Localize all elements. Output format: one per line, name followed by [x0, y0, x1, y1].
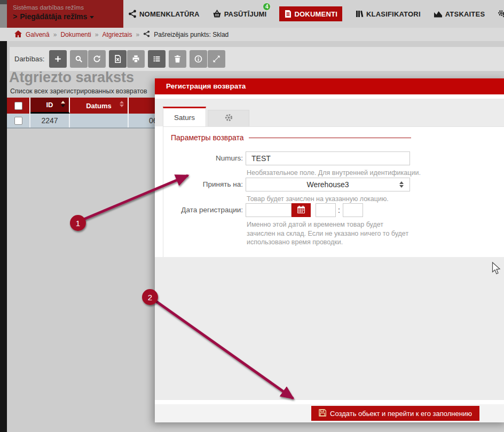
menu-item-label: DOKUMENTI [294, 10, 337, 18]
tab-saturs[interactable]: Saturs [163, 107, 206, 126]
gears-icon [498, 10, 504, 18]
menu-item-pasutijumi[interactable]: PASŪTĪJUMI 4 [212, 10, 267, 18]
basket-icon [212, 10, 222, 18]
top-bar-corner [0, 0, 7, 4]
expand-button[interactable] [208, 50, 225, 68]
menu-item-klasifikatori[interactable]: KLASIFIKATORI [355, 10, 421, 18]
mode-prefix: > [13, 12, 17, 21]
menu-item-iestatijumi[interactable]: IESTATĪJUMI [498, 10, 504, 18]
breadcrumb-link-galvena[interactable]: Galvenā [26, 31, 50, 38]
accept-location-hint: Товар будет зачислен на указанную локаци… [247, 195, 389, 204]
registration-date-hint: Именно этой датой и временем товар будет… [247, 220, 410, 247]
menu-item-label: NOMENKLATŪRA [139, 10, 200, 18]
create-object-button[interactable]: Создать обьект и перейти к его заполнени… [311, 406, 479, 421]
breadcrumb-link-dokumenti[interactable]: Dokumenti [60, 31, 91, 38]
menu-item-label: KLASIFIKATORI [366, 10, 421, 18]
delete-button[interactable] [169, 50, 186, 68]
modal-title: Регистрация возврата [155, 78, 504, 94]
menu-item-dokumenti[interactable]: DOKUMENTI [279, 6, 342, 21]
main-menu: NOMENKLATŪRA PASŪTĪJUMI 4 DOKUMENTI KLAS… [128, 0, 504, 28]
top-bar-left-strip [0, 4, 7, 28]
fieldset-rule [249, 138, 411, 138]
breadcrumb-separator: » [53, 31, 57, 38]
column-header-label: ID [46, 101, 53, 109]
column-header-datums[interactable]: Datums [70, 98, 129, 114]
add-button[interactable] [49, 50, 67, 68]
time-colon: : [338, 203, 340, 217]
home-icon [14, 30, 22, 39]
numurs-input[interactable] [246, 151, 410, 165]
mode-label: Piegādātāja režīms [20, 12, 87, 21]
toolbar-label: Darbības: [14, 55, 44, 63]
fieldset-legend: Параметры возврата [171, 133, 244, 142]
annotation-step-2-number: 2 [148, 293, 152, 302]
save-icon [319, 409, 326, 418]
accept-location-label: Принять на: [163, 178, 243, 191]
top-bar: Sistēmas darbības režīms > Piegādātāja r… [0, 0, 504, 28]
modal-body-spacer [155, 257, 504, 400]
annotation-step-1-number: 1 [76, 219, 80, 228]
chevron-down-icon [90, 16, 94, 19]
refresh-button[interactable] [88, 50, 106, 68]
menu-item-label: PASŪTĪJUMI [224, 10, 267, 18]
document-icon [284, 10, 292, 18]
accept-location-select[interactable]: Werehouse3 [246, 178, 410, 191]
gear-icon [224, 113, 233, 124]
menu-item-label: ATSKAITES [445, 10, 485, 18]
calendar-button[interactable] [292, 203, 311, 217]
tab-label: Saturs [174, 114, 195, 122]
list-view-button[interactable] [148, 50, 166, 68]
system-mode-caption: Sistēmas darbības režīms [13, 4, 123, 11]
create-object-label: Создать обьект и перейти к его заполнени… [330, 410, 472, 418]
row-checkbox[interactable] [14, 117, 22, 125]
info-button[interactable] [190, 50, 207, 68]
date-input[interactable] [246, 203, 292, 217]
select-all-header-cell[interactable] [7, 98, 30, 114]
calendar-icon [297, 205, 305, 215]
registration-date-label: Дата регистрации: [163, 203, 243, 217]
column-header-id[interactable]: ID [30, 98, 70, 114]
share-nodes-icon [143, 30, 150, 39]
numurs-hint: Необязательное поле. Для внутренней иден… [247, 169, 421, 178]
row-select-cell[interactable] [7, 114, 30, 127]
modal-tab-strip: Saturs [155, 99, 504, 126]
system-mode-panel[interactable]: Sistēmas darbības režīms > Piegādātāja r… [7, 0, 123, 28]
page-subtitle: Список всех зарегистрированных возвратов [10, 87, 147, 95]
breadcrumb-link-atgrieztais[interactable]: Atgrieztais [102, 31, 132, 38]
sort-arrows-icon[interactable] [120, 101, 124, 107]
breadcrumb-separator: » [136, 31, 139, 38]
numurs-label: Numurs: [163, 151, 243, 165]
fieldset-header: Параметры возврата [171, 133, 411, 142]
tab-settings[interactable] [208, 110, 249, 126]
select-value: Werehouse3 [306, 180, 349, 189]
application-window: Sistēmas darbības režīms > Piegādātāja r… [0, 0, 504, 432]
actions-toolbar: Darbības: [10, 47, 504, 71]
column-header-label: Datums [86, 102, 112, 110]
menu-item-nomenklatura[interactable]: NOMENKLATŪRA [128, 10, 200, 18]
hours-input[interactable] [316, 203, 336, 217]
breadcrumb: Galvenā » Dokumenti » Atgrieztais » Pašr… [0, 28, 504, 41]
select-arrows-icon [399, 181, 404, 188]
menu-item-atskaites[interactable]: ATSKAITES [434, 10, 485, 18]
current-mode-dropdown[interactable]: > Piegādātāja režīms [13, 12, 123, 21]
share-nodes-icon [128, 10, 137, 18]
row-id-cell: 2247 [30, 114, 70, 127]
breadcrumb-separator: » [95, 31, 99, 38]
select-all-checkbox[interactable] [14, 102, 22, 110]
orders-count-badge: 4 [263, 3, 271, 11]
search-button[interactable] [70, 50, 88, 68]
sort-arrows-icon[interactable] [61, 101, 65, 107]
page-title: Atgriezto saraksts [9, 69, 134, 86]
left-edge-strip [0, 41, 7, 432]
export-excel-button[interactable] [109, 50, 127, 68]
breadcrumb-current-point: Pašreizējais punkts: Sklad [154, 31, 229, 38]
books-icon [355, 10, 364, 18]
minutes-input[interactable] [343, 203, 363, 217]
annotation-step-1-circle [70, 215, 86, 231]
registration-modal: Регистрация возврата Saturs Параметры во… [155, 78, 504, 422]
print-button[interactable] [127, 50, 145, 68]
area-chart-icon [434, 10, 443, 18]
row-datums-cell [70, 114, 129, 127]
modal-footer: Создать обьект и перейти к его заполнени… [155, 404, 504, 422]
